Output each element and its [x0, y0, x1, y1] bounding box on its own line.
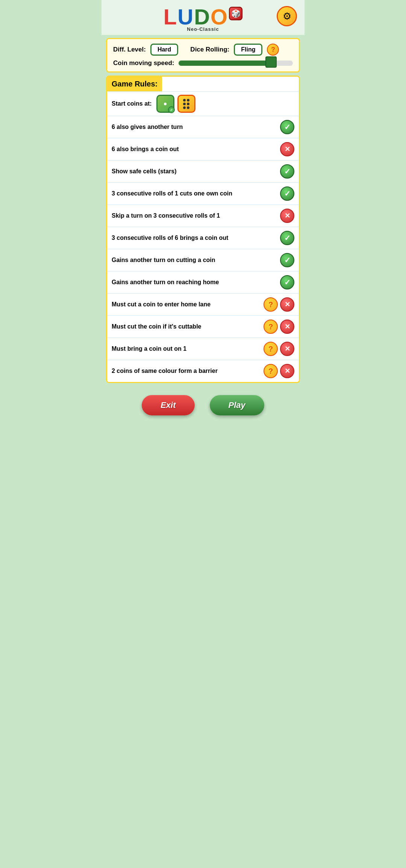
- rule-text: 6 also brings a coin out: [112, 146, 280, 153]
- table-row: Must cut a coin to enter home lane ? ✕: [107, 294, 299, 316]
- slider-fill: [179, 61, 270, 66]
- table-row: Gains another turn on reaching home ✓: [107, 271, 299, 294]
- check-icon[interactable]: ✓: [280, 253, 294, 267]
- dice-rolling-value-button[interactable]: Fling: [234, 44, 262, 56]
- rule-text: Skip a turn on 3 consecutive rolls of 1: [112, 212, 280, 219]
- logo-letter-o: O: [211, 5, 228, 29]
- dot-3: [183, 103, 186, 105]
- difficulty-label: Diff. Level:: [113, 46, 146, 53]
- game-rules-title: Game Rules:: [112, 80, 158, 88]
- logo-dice-icon: 🎲: [229, 7, 242, 20]
- cross-icon[interactable]: ✕: [280, 209, 294, 223]
- check-icon[interactable]: ✓: [280, 164, 294, 179]
- start-coins-row: Start coins at: ✓: [107, 92, 299, 116]
- question-icon[interactable]: ?: [264, 342, 278, 356]
- gear-icon: ⚙: [283, 11, 291, 22]
- rule-text: Must cut the coin if it's cuttable: [112, 323, 264, 330]
- slider-thumb[interactable]: [265, 56, 277, 68]
- settings-panel: Diff. Level: Hard Dice Rolling: Fling ? …: [106, 38, 300, 73]
- check-icon[interactable]: ✓: [280, 120, 294, 134]
- rule-text: Must bring a coin out on 1: [112, 345, 264, 352]
- rule-icons: ✕: [280, 142, 294, 156]
- header: LUDO 🎲 Neo-Classic ⚙: [102, 0, 304, 35]
- rule-icons: ✓: [280, 231, 294, 245]
- logo-letter-l: L: [164, 5, 177, 29]
- selected-checkmark: ✓: [168, 106, 175, 113]
- question-icon[interactable]: ?: [264, 364, 278, 378]
- exit-button[interactable]: Exit: [142, 395, 194, 415]
- cross-icon[interactable]: ✕: [280, 142, 294, 156]
- cross-icon[interactable]: ✕: [280, 297, 294, 312]
- settings-button[interactable]: ⚙: [277, 6, 297, 26]
- check-icon[interactable]: ✓: [280, 186, 294, 201]
- speed-label: Coin moving speed:: [113, 59, 174, 67]
- dice-6-face: [181, 97, 192, 111]
- logo: LUDO 🎲 Neo-Classic: [164, 6, 242, 32]
- speed-slider[interactable]: [179, 59, 293, 67]
- rule-icons: ✓: [280, 120, 294, 134]
- table-row: Gains another turn on cutting a coin ✓: [107, 249, 299, 271]
- cross-icon[interactable]: ✕: [280, 364, 294, 378]
- dice-rolling-label: Dice Rolling:: [190, 46, 229, 53]
- rule-text: Must cut a coin to enter home lane: [112, 301, 264, 308]
- speed-row: Coin moving speed:: [113, 59, 293, 67]
- logo-letter-u: U: [177, 5, 194, 29]
- logo-letter-d: D: [194, 5, 211, 29]
- rule-text: 3 consecutive rolls of 1 cuts one own co…: [112, 190, 280, 197]
- difficulty-value-button[interactable]: Hard: [150, 44, 178, 56]
- dot-2: [187, 99, 189, 101]
- rule-icons: ? ✕: [264, 297, 294, 312]
- rule-text: Show safe cells (stars): [112, 168, 280, 175]
- logo-subtitle: Neo-Classic: [187, 26, 219, 32]
- check-icon[interactable]: ✓: [280, 231, 294, 245]
- help-button[interactable]: ?: [267, 44, 279, 56]
- dice-1-button[interactable]: ✓: [156, 95, 174, 113]
- rule-icons: ✓: [280, 186, 294, 201]
- rule-icons: ✓: [280, 253, 294, 267]
- rule-icons: ✓: [280, 275, 294, 289]
- question-icon[interactable]: ?: [264, 320, 278, 334]
- dot-5: [183, 106, 186, 109]
- check-icon[interactable]: ✓: [280, 275, 294, 289]
- game-rules-section: Game Rules: Start coins at: ✓: [106, 76, 300, 383]
- table-row: 6 also gives another turn ✓: [107, 116, 299, 138]
- table-row: Must cut the coin if it's cuttable ? ✕: [107, 316, 299, 338]
- rule-text: 3 consecutive rolls of 6 brings a coin o…: [112, 235, 280, 241]
- play-button[interactable]: Play: [210, 395, 264, 415]
- rule-text: Gains another turn on cutting a coin: [112, 257, 280, 264]
- footer: Exit Play: [102, 386, 304, 424]
- cross-icon[interactable]: ✕: [280, 320, 294, 334]
- table-row: Skip a turn on 3 consecutive rolls of 1 …: [107, 205, 299, 227]
- table-row: 2 coins of same colour form a barrier ? …: [107, 360, 299, 382]
- logo-text: LUDO: [164, 6, 228, 28]
- table-row: 3 consecutive rolls of 6 brings a coin o…: [107, 227, 299, 249]
- question-icon[interactable]: ?: [264, 297, 278, 312]
- table-row: Show safe cells (stars) ✓: [107, 161, 299, 183]
- rule-icons: ✕: [280, 209, 294, 223]
- rule-icons: ? ✕: [264, 342, 294, 356]
- rules-table: 6 also gives another turn ✓ 6 also bring…: [107, 116, 299, 382]
- table-row: Must bring a coin out on 1 ? ✕: [107, 338, 299, 360]
- dot-6: [187, 106, 189, 109]
- dice-center-dot: [164, 103, 167, 105]
- difficulty-row: Diff. Level: Hard Dice Rolling: Fling ?: [113, 44, 293, 56]
- table-row: 6 also brings a coin out ✕: [107, 138, 299, 161]
- rule-text: 2 coins of same colour form a barrier: [112, 368, 264, 374]
- rule-icons: ✓: [280, 164, 294, 179]
- dot-4: [187, 103, 189, 105]
- game-rules-header: Game Rules:: [107, 77, 162, 91]
- rule-text: 6 also gives another turn: [112, 124, 280, 130]
- dice-6-button[interactable]: [177, 95, 195, 113]
- rule-text: Gains another turn on reaching home: [112, 279, 280, 286]
- cross-icon[interactable]: ✕: [280, 342, 294, 356]
- dot-1: [183, 99, 186, 101]
- rule-icons: ? ✕: [264, 320, 294, 334]
- table-row: 3 consecutive rolls of 1 cuts one own co…: [107, 183, 299, 205]
- rule-icons: ? ✕: [264, 364, 294, 378]
- dice-1-face: [164, 103, 167, 105]
- start-coins-label: Start coins at:: [112, 100, 152, 107]
